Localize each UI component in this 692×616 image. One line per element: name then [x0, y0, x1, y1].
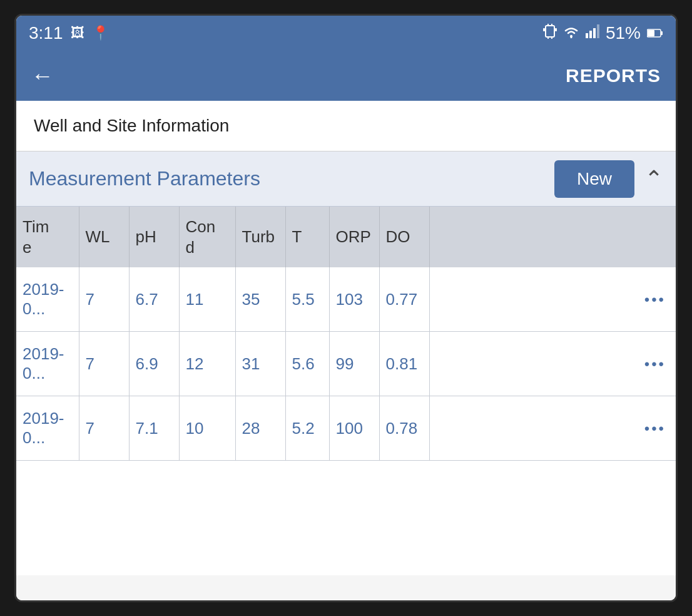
- svg-rect-4: [551, 37, 552, 39]
- cell-t-0: 5.5: [285, 267, 329, 332]
- svg-rect-10: [593, 28, 596, 38]
- cell-action-2[interactable]: •••: [429, 396, 676, 461]
- status-time: 3:11: [29, 23, 63, 43]
- svg-rect-14: [661, 31, 663, 35]
- footer-space: [16, 575, 676, 600]
- svg-rect-6: [555, 28, 557, 31]
- svg-rect-8: [586, 33, 588, 38]
- measurement-title: Measurement Parameters: [29, 167, 260, 190]
- table-row: 2019-0...76.912315.6990.81•••: [16, 332, 676, 396]
- measurement-header: Measurement Parameters New ⌃: [16, 151, 676, 207]
- well-info-title: Well and Site Information: [34, 116, 229, 135]
- cell-ph-1: 6.9: [129, 332, 179, 396]
- cell-wl-1: 7: [79, 332, 129, 396]
- status-right: 51%: [543, 23, 663, 43]
- cell-t-1: 5.6: [285, 332, 329, 396]
- svg-rect-11: [597, 24, 599, 38]
- signal-icon: [586, 24, 599, 42]
- row-menu-button[interactable]: •••: [644, 420, 666, 437]
- location-icon: 📍: [92, 25, 109, 41]
- cell-action-1[interactable]: •••: [429, 332, 676, 396]
- cell-do-2: 0.78: [379, 396, 429, 461]
- svg-rect-1: [547, 24, 549, 26]
- col-header-orp: ORP: [329, 207, 379, 267]
- cell-do-0: 0.77: [379, 267, 429, 332]
- cell-time-2: 2019-0...: [16, 396, 79, 461]
- cell-ph-2: 7.1: [129, 396, 179, 461]
- row-menu-button[interactable]: •••: [644, 291, 666, 308]
- image-icon: 🖼: [71, 25, 84, 41]
- table-row: 2019-0...77.110285.21000.78•••: [16, 396, 676, 461]
- cell-time-0: 2019-0...: [16, 267, 79, 332]
- collapse-button[interactable]: ⌃: [644, 166, 663, 192]
- app-bar-title: REPORTS: [566, 65, 661, 86]
- col-header-turb: Turb: [235, 207, 285, 267]
- col-header-t: T: [285, 207, 329, 267]
- col-header-time: Time: [16, 207, 79, 267]
- svg-rect-13: [648, 30, 654, 36]
- col-header-action: [429, 207, 676, 267]
- cell-cond-0: 11: [179, 267, 235, 332]
- app-bar: ← REPORTS: [16, 51, 676, 101]
- cell-turb-1: 31: [235, 332, 285, 396]
- cell-wl-0: 7: [79, 267, 129, 332]
- col-header-ph: pH: [129, 207, 179, 267]
- measurements-table: Time WL pH Cond Turb T ORP DO 2019-0...7…: [16, 207, 676, 461]
- cell-cond-2: 10: [179, 396, 235, 461]
- table-header-row: Time WL pH Cond Turb T ORP DO: [16, 207, 676, 267]
- new-button[interactable]: New: [554, 160, 634, 198]
- well-info-section: Well and Site Information: [16, 101, 676, 151]
- phone-frame: 3:11 🖼 📍: [14, 14, 678, 602]
- cell-turb-2: 28: [235, 396, 285, 461]
- cell-t-2: 5.2: [285, 396, 329, 461]
- cell-turb-0: 35: [235, 267, 285, 332]
- wifi-icon: [563, 24, 579, 42]
- battery-percent: 51%: [606, 23, 641, 43]
- table-container: Time WL pH Cond Turb T ORP DO 2019-0...7…: [16, 207, 676, 575]
- cell-orp-1: 99: [329, 332, 379, 396]
- status-left: 3:11 🖼 📍: [29, 23, 109, 43]
- col-header-do: DO: [379, 207, 429, 267]
- cell-orp-0: 103: [329, 267, 379, 332]
- cell-cond-1: 12: [179, 332, 235, 396]
- svg-rect-9: [589, 31, 592, 38]
- status-bar: 3:11 🖼 📍: [16, 16, 676, 51]
- cell-ph-0: 6.7: [129, 267, 179, 332]
- col-header-wl: WL: [79, 207, 129, 267]
- cell-orp-2: 100: [329, 396, 379, 461]
- cell-time-1: 2019-0...: [16, 332, 79, 396]
- vibrate-icon: [543, 23, 557, 43]
- cell-action-0[interactable]: •••: [429, 267, 676, 332]
- table-row: 2019-0...76.711355.51030.77•••: [16, 267, 676, 332]
- battery-icon: [647, 24, 663, 42]
- svg-point-7: [570, 35, 572, 38]
- col-header-cond: Cond: [179, 207, 235, 267]
- row-menu-button[interactable]: •••: [644, 356, 666, 372]
- cell-wl-2: 7: [79, 396, 129, 461]
- back-button[interactable]: ←: [31, 63, 54, 89]
- cell-do-1: 0.81: [379, 332, 429, 396]
- svg-rect-2: [551, 24, 552, 26]
- svg-rect-3: [547, 37, 549, 39]
- svg-rect-5: [543, 28, 545, 31]
- measurement-actions: New ⌃: [554, 160, 663, 198]
- svg-rect-0: [546, 26, 554, 37]
